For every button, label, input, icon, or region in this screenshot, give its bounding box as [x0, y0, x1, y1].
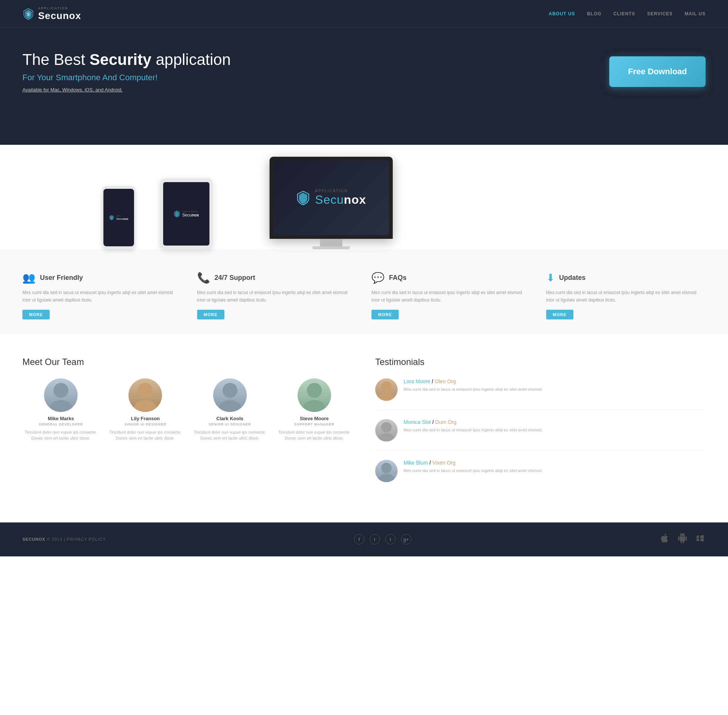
feature-more-4[interactable]: MORE: [546, 310, 574, 320]
member-role-1: GENERAL DEVELOPER: [23, 422, 99, 426]
feature-desc-4: Mes cumi dia sed in lacus ut eniascet ip…: [546, 289, 706, 303]
avatar-silhouette-4: [298, 379, 331, 412]
updates-icon: ⬇: [546, 272, 555, 284]
testimonial-content-1: Lora Moore / Oleo Org Mes cumi dia sed i…: [403, 379, 542, 401]
phone-logo-icon: [109, 215, 114, 220]
avatar-lily-franson: [128, 379, 162, 412]
logo-text: APPLICATION Secunox: [38, 7, 81, 21]
hero-headline-suffix: application: [152, 51, 231, 68]
feature-more-2[interactable]: MORE: [197, 310, 224, 320]
svg-point-6: [219, 400, 241, 412]
device-monitor: APPLICATION Secunox: [270, 157, 393, 249]
features-grid: 👥 User Friendly Mes cumi dia sed in lacu…: [23, 272, 705, 319]
feature-support: 📞 24/7 Support Mes cumi dia sed in lacus…: [197, 272, 357, 319]
feature-title-1: User Friendly: [40, 274, 83, 282]
avatar-clark-kools: [213, 379, 247, 412]
footer-year: © 2013: [47, 537, 62, 542]
footer-brand: SECUNOX: [23, 537, 45, 542]
header: S APPLICATION Secunox ABOUT US BLOG CLIE…: [0, 0, 728, 28]
svg-point-4: [134, 400, 156, 412]
member-name-2: Lily Franson: [107, 416, 184, 421]
svg-point-8: [303, 400, 326, 412]
social-googleplus[interactable]: g+: [401, 534, 411, 545]
nav-services[interactable]: SERVICES: [647, 11, 672, 17]
team-member-2: Lily Franson JUNIOR UI DESIGNER Tincidun…: [107, 379, 184, 442]
testimonial-content-3: Mike Blum / Vixen Org Mes cumi dia sed i…: [403, 460, 542, 482]
member-role-4: SUPPORT MANAGER: [276, 422, 353, 426]
svg-point-1: [53, 383, 68, 398]
feature-title-4: Updates: [559, 274, 586, 282]
testimonial-silhouette-3: [375, 460, 397, 482]
free-download-button[interactable]: Free Download: [609, 56, 705, 87]
svg-point-9: [381, 382, 392, 392]
hero-text: The Best Security application For Your S…: [23, 50, 231, 92]
android-icon: [677, 533, 688, 546]
member-role-2: JUNIOR UI DESIGNER: [107, 422, 184, 426]
windows-icon: [695, 533, 705, 546]
hero-section: The Best Security application For Your S…: [0, 28, 728, 145]
testimonial-1: Lora Moore / Oleo Org Mes cumi dia sed i…: [375, 379, 705, 410]
svg-point-5: [222, 383, 237, 398]
footer-platforms: [659, 533, 705, 546]
devices-section: APP Secunox APPLICATION Secunox: [0, 145, 728, 249]
monitor-brand-name: Secunox: [315, 193, 366, 207]
testimonial-avatar-2: [375, 419, 397, 442]
logo-name: Secunox: [38, 11, 81, 21]
social-rss[interactable]: r: [370, 534, 380, 545]
team-grid: Mike Marks GENERAL DEVELOPER Tincidunt d…: [23, 379, 353, 442]
logo: S APPLICATION Secunox: [23, 7, 81, 21]
member-role-3: SENIOR UI DESIGNER: [192, 422, 269, 426]
social-twitter[interactable]: t: [385, 534, 396, 545]
footer-privacy[interactable]: PRIVACY POLICY: [67, 537, 106, 542]
team-testimonials-section: Meet Our Team Mike Marks GENERAL DEVELOP…: [0, 334, 728, 522]
apple-icon: [659, 533, 670, 546]
nav-blog[interactable]: BLOG: [587, 11, 601, 17]
team-member-4: Steve Moore SUPPORT MANAGER Tincidunt do…: [276, 379, 353, 442]
svg-point-3: [138, 383, 153, 398]
team-section-title: Meet Our Team: [23, 357, 353, 367]
member-desc-4: Tincidunt dolor nun vupue ips consecte. …: [276, 429, 353, 442]
footer: SECUNOX © 2013 | PRIVACY POLICY f r t g+: [0, 522, 728, 557]
faqs-icon: 💬: [372, 272, 385, 284]
member-name-1: Mike Marks: [23, 416, 99, 421]
feature-more-3[interactable]: MORE: [372, 310, 399, 320]
footer-social: f r t g+: [354, 534, 411, 545]
testimonial-text-1: Mes cumi dia sed in lacus ut eniascet ip…: [403, 386, 542, 393]
feature-updates: ⬇ Updates Mes cumi dia sed in lacus ut e…: [546, 272, 706, 319]
team-member-1: Mike Marks GENERAL DEVELOPER Tincidunt d…: [23, 379, 99, 442]
nav-about-us[interactable]: ABOUT US: [549, 11, 575, 17]
member-desc-2: Tincidunt dolor nun vupue ips consecte. …: [107, 429, 184, 442]
nav-mail-us[interactable]: MAIL US: [685, 11, 705, 17]
hero-subheadline: For Your Smartphone And Computer!: [23, 73, 231, 83]
support-icon: 📞: [197, 272, 210, 284]
monitor-logo-icon: [296, 190, 311, 205]
testimonial-text-2: Mes cumi dia sed in lacus ut eniascet ip…: [403, 427, 542, 434]
shield-icon: S: [23, 8, 34, 20]
feature-more-1[interactable]: MORE: [23, 310, 50, 320]
feature-desc-2: Mes cumi dia sed in lacus ut eniascet ip…: [197, 289, 357, 303]
avatar-silhouette-2: [128, 379, 162, 412]
features-section: 👥 User Friendly Mes cumi dia sed in lacu…: [0, 249, 728, 334]
testimonial-name-2: Monica Slot / Dum Org: [403, 419, 542, 425]
svg-point-13: [381, 463, 392, 473]
feature-title-3: FAQs: [389, 274, 406, 282]
hero-headline-prefix: The Best: [23, 51, 90, 68]
feature-user-friendly: 👥 User Friendly Mes cumi dia sed in lacu…: [23, 272, 182, 319]
member-desc-1: Tincidunt dolor nun vupue ips consecte. …: [23, 429, 99, 442]
testimonials-section: Testimonials Lora Moore / Oleo Org Mes c…: [375, 357, 705, 500]
avatar-steve-moore: [298, 379, 331, 412]
testimonial-avatar-1: [375, 379, 397, 401]
testimonial-3: Mike Blum / Vixen Org Mes cumi dia sed i…: [375, 460, 705, 491]
team-member-3: Clark Kools SENIOR UI DESIGNER Tincidunt…: [192, 379, 269, 442]
svg-point-10: [378, 392, 394, 401]
social-facebook[interactable]: f: [354, 534, 364, 545]
hero-headline-bold: Security: [90, 51, 152, 68]
svg-point-2: [50, 400, 72, 412]
svg-text:S: S: [27, 12, 30, 17]
svg-point-11: [381, 422, 392, 433]
testimonial-name-3: Mike Blum / Vixen Org: [403, 460, 542, 466]
device-tablet: APPLICATION Secunox: [160, 178, 212, 249]
hero-headline: The Best Security application: [23, 50, 231, 69]
nav-clients[interactable]: CLIENTS: [613, 11, 635, 17]
testimonial-avatar-3: [375, 460, 397, 482]
